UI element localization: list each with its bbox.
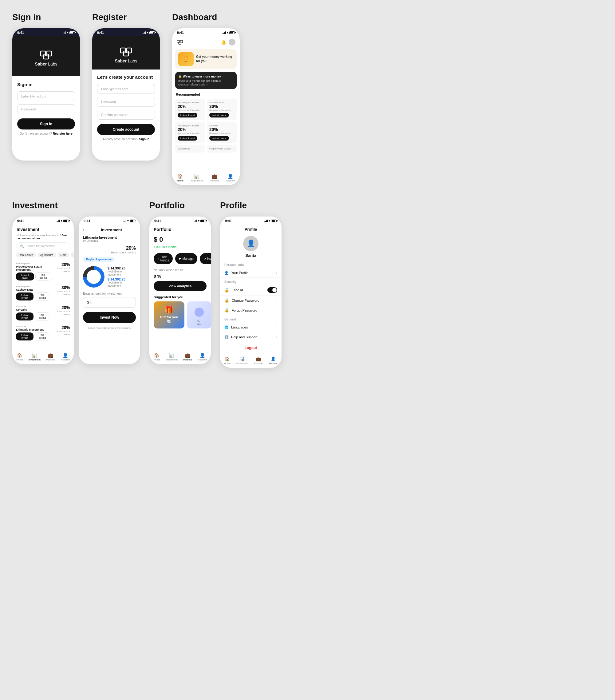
inv-still-selling-btn[interactable]: Still selling	[35, 312, 50, 321]
account-icon: 👤	[228, 174, 233, 179]
view-analytics-btn[interactable]: View analytics	[154, 281, 206, 291]
donut-chart	[83, 266, 104, 288]
invest-card-btn[interactable]: Instant Invest	[178, 136, 197, 140]
inv-search-bar[interactable]: 🔍 Search for investment	[16, 242, 70, 250]
invest-card-4[interactable]: Vestibulum	[175, 145, 205, 152]
manage-icon: ⇄	[179, 257, 181, 261]
chip-agriculture[interactable]: Agriculture	[38, 252, 56, 258]
account-icon: 👤	[63, 353, 68, 358]
donut-amount-1: $ 14,392.23	[107, 266, 136, 270]
profile-face-id-item[interactable]: 🔓 Face Id	[220, 285, 282, 296]
register-status-bar: 9:41 ▾	[92, 28, 160, 36]
signin-button[interactable]: Sign in	[17, 118, 75, 129]
invest-btn[interactable]: ↗ Invest	[200, 253, 211, 264]
face-id-icon: 🔓	[225, 288, 229, 292]
nav-investment[interactable]: 📊 Investment	[166, 353, 178, 361]
profile-security-label: Security	[220, 278, 282, 285]
register-password-input[interactable]	[97, 97, 155, 107]
profile-change-password-item[interactable]: 🔒 Change Password ›	[220, 296, 282, 305]
chip-gold[interactable]: Gold	[58, 252, 69, 258]
bell-icon[interactable]: 🔔	[221, 40, 226, 45]
svg-rect-6	[177, 40, 179, 43]
chip-real-estate[interactable]: Real Estate	[16, 252, 36, 258]
invest-card-btn[interactable]: Instant Invest	[178, 113, 197, 117]
register-email-input[interactable]	[97, 84, 155, 94]
nav-portfolio[interactable]: 💼 Portfolio	[254, 357, 263, 365]
inv-list-item-0[interactable]: Propertyvest Propertyvest Estate Investm…	[12, 260, 74, 283]
manage-btn[interactable]: ⇄ Manage	[175, 253, 197, 264]
dash-avatar[interactable]	[229, 39, 235, 46]
register-confirm-input[interactable]	[97, 110, 155, 120]
nav-portfolio[interactable]: 💼 Portfolio	[183, 353, 192, 361]
gift-card[interactable]: 🎁 Gift for you %	[154, 301, 184, 328]
profile-forgot-password-item[interactable]: 🔒 Forgot Password ›	[220, 305, 282, 315]
nav-home[interactable]: 🏠 Home	[224, 357, 231, 365]
inv-item-name: Cashew Nuts	[16, 288, 50, 291]
earn-card-link[interactable]: Get your referral code >	[178, 83, 234, 86]
nav-account-label: Account	[269, 362, 278, 365]
register-signin-link[interactable]: Sign in	[138, 137, 149, 141]
inv-item-name: Lithuania Investment	[16, 328, 50, 331]
inv-list-item-3[interactable]: Lithuania Lithuania Investment Instant I…	[12, 323, 74, 343]
dashboard-section-title: Dashboard	[172, 12, 240, 22]
logout-button[interactable]: Logout	[220, 342, 282, 354]
inv-item-right: 20% Returns in 9 months	[50, 305, 70, 315]
nav-home[interactable]: 🏠 Home	[153, 353, 160, 361]
signin-register-link[interactable]: Register here	[52, 132, 73, 135]
inv-list-item-2[interactable]: Lithuania Corvalis Instant Invest Still …	[12, 303, 74, 323]
inv-instant-invest-btn[interactable]: Instant Invest	[16, 333, 34, 340]
inv-list-item-1[interactable]: Propertyvest Cashew Nuts Instant Invest …	[12, 283, 74, 303]
invest-card-1[interactable]: Cashew Nuts 30% Returns in 9 months Inst…	[207, 99, 236, 120]
profile-face-id-left: 🔓 Face Id	[225, 288, 243, 292]
add-funds-btn[interactable]: + Add Funds	[154, 253, 173, 264]
invest-card-percent: 20%	[178, 127, 203, 132]
nav-account[interactable]: 👤 Account	[61, 353, 70, 361]
invest-card-btn[interactable]: Instant Invest	[209, 113, 229, 117]
profile-languages-item[interactable]: Languages ›	[220, 322, 282, 332]
signin-password-input[interactable]	[17, 104, 75, 114]
dashboard-bottom-nav: 🏠 Home 📊 Investment 💼 Portfolio 👤 Accoun…	[172, 171, 240, 185]
nav-account[interactable]: 👤 Account	[226, 174, 235, 182]
signin-footer: Don't have an account? Register here	[17, 132, 75, 135]
inv-more-link[interactable]: Learn more about the investment >	[79, 325, 140, 332]
invest-card-0[interactable]: Propertyvest Estate 20% Returns in 9 mon…	[175, 99, 205, 120]
inv-instant-invest-btn[interactable]: Instant Invest	[16, 312, 34, 321]
nav-portfolio[interactable]: 💼 Portfolio	[46, 353, 55, 361]
nav-portfolio[interactable]: 💼 Portfolio	[210, 174, 219, 182]
invest-now-btn[interactable]: Invest Now	[83, 312, 136, 323]
invest-card-2[interactable]: Propertyvest Estate 20% Returns in 9 mon…	[175, 122, 205, 143]
profile-help-item[interactable]: Help and Support ›	[220, 332, 282, 342]
gift-card2[interactable]: Sh...pa...	[187, 301, 211, 328]
inv-item-provider: Lithuania	[16, 325, 50, 328]
nav-investment[interactable]: 📊 Investment	[236, 357, 248, 365]
portfolio-status-bar: 9:41 ▾	[149, 216, 211, 224]
invest-card-5[interactable]: Propertyvest Estate	[207, 145, 236, 152]
inv-instant-invest-btn[interactable]: Instant Invest	[16, 273, 34, 280]
nav-investment[interactable]: 📊 Investment	[29, 353, 41, 361]
nav-home[interactable]: 🏠 Home	[16, 353, 23, 361]
inv-still-selling-btn[interactable]: Still selling	[35, 273, 51, 280]
back-arrow-icon[interactable]: ‹	[83, 227, 85, 233]
profile-status-bar: 9:41 ▾	[220, 216, 282, 224]
profile-your-profile-item[interactable]: Your Profile ›	[220, 268, 282, 278]
nav-home[interactable]: 🏠 Home	[177, 174, 183, 182]
nav-account[interactable]: 👤 Account	[198, 353, 207, 361]
inv-still-selling-btn[interactable]: Still selling	[35, 292, 50, 300]
register-button[interactable]: Create account	[97, 124, 155, 135]
donut-label-1: Available for Investment	[107, 270, 136, 276]
signin-email-input[interactable]	[17, 91, 75, 101]
invest-amount-input[interactable]: $ 0	[83, 297, 136, 308]
signin-form-area: Sign in Sign in Don't have an account? R…	[12, 76, 80, 141]
portfolio-icon: 💼	[256, 357, 261, 361]
account-icon: 👤	[200, 353, 205, 358]
invest-card-btn[interactable]: Instant Invest	[209, 136, 229, 140]
nav-portfolio-label: Portfolio	[254, 362, 263, 365]
inv-instant-invest-btn[interactable]: Instant Invest	[16, 292, 34, 300]
inv-item-returns: Returns in 9 months	[51, 267, 70, 273]
invest-card-3[interactable]: Corvalis 20% Returns in 9 months Instant…	[207, 122, 236, 143]
chip-transport[interactable]: Transport	[71, 252, 74, 258]
nav-investment[interactable]: 📊 Investment	[191, 174, 203, 182]
face-id-toggle[interactable]	[267, 287, 277, 293]
nav-account[interactable]: 👤 Account	[269, 357, 278, 365]
inv-still-selling-btn[interactable]: Still selling	[35, 333, 50, 340]
